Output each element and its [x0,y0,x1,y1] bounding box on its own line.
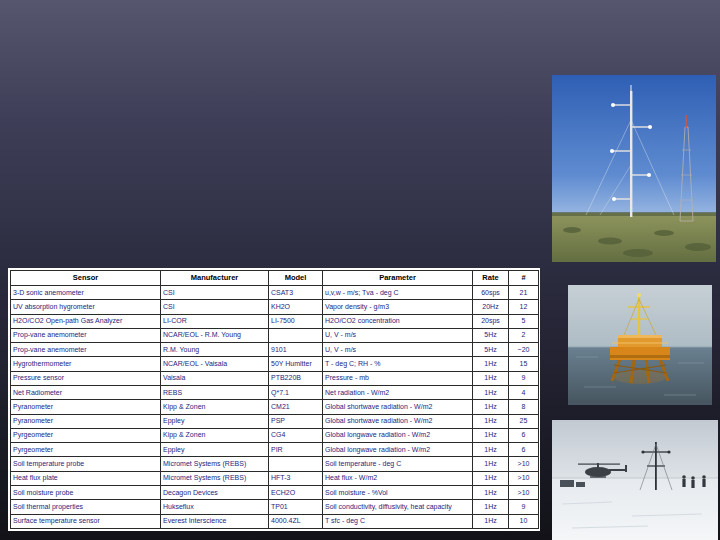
table-row: Surface temperature sensorEverest Inters… [11,514,539,529]
cell-manufacturer: Kipp & Zonen [161,428,269,442]
table-row: PyrgeometerEppleyPIRGlobal longwave radi… [11,443,539,457]
cell-model [269,328,323,342]
table-row: HygrothermometerNCAR/EOL - Vaisala50Y Hu… [11,357,539,371]
cell-parameter: Net radiation - W/m2 [323,385,473,399]
cell-model: CG4 [269,428,323,442]
cell-sensor: Pyranometer [11,414,161,428]
cell-sensor: Hygrothermometer [11,357,161,371]
cell-parameter: Global longwave radiation - W/m2 [323,443,473,457]
cell-manufacturer: R.M. Young [161,343,269,357]
cell-parameter: T sfc - deg C [323,514,473,529]
cell-model: TP01 [269,500,323,514]
cell-model: HFT-3 [269,471,323,485]
cell-parameter: Global longwave radiation - W/m2 [323,428,473,442]
snow-site-illustration [552,420,718,540]
cell-: 4 [509,385,539,399]
cell-parameter: H2O/CO2 concentration [323,314,473,328]
cell-manufacturer: Everest Interscience [161,514,269,529]
cell-sensor: 3-D sonic anemometer [11,286,161,300]
cell-model: ECH2O [269,485,323,499]
cell-manufacturer: Micromet Systems (REBS) [161,457,269,471]
table-header-row: SensorManufacturerModelParameterRate# [11,271,539,286]
cell-rate: 1Hz [473,414,509,428]
cell-manufacturer: Eppley [161,443,269,457]
cell-parameter: Soil moisture - %Vol [323,485,473,499]
column-header-rate: Rate [473,271,509,286]
cell-manufacturer: CSI [161,300,269,314]
cell-sensor: Pyrgeometer [11,428,161,442]
column-header-parameter: Parameter [323,271,473,286]
cell-rate: 1Hz [473,471,509,485]
column-header-model: Model [269,271,323,286]
table-row: Soil temperature probeMicromet Systems (… [11,457,539,471]
table-row: Prop-vane anemometerNCAR/EOL - R.M. Youn… [11,328,539,342]
sensor-table: SensorManufacturerModelParameterRate# 3-… [8,268,540,531]
cell-rate: 1Hz [473,385,509,399]
cell-parameter: Soil conductivity, diffusivity, heat cap… [323,500,473,514]
cell-manufacturer: Micromet Systems (REBS) [161,471,269,485]
cell-: >10 [509,471,539,485]
column-header-manufacturer: Manufacturer [161,271,269,286]
cell-model: KH2O [269,300,323,314]
cell-model: 50Y Humitter [269,357,323,371]
cell-parameter: U, V - m/s [323,328,473,342]
column-header-sensor: Sensor [11,271,161,286]
table-body: 3-D sonic anemometerCSICSAT3u,v,w - m/s;… [11,286,539,529]
cell-model: PTB220B [269,371,323,385]
cell-: >10 [509,457,539,471]
cell-: 8 [509,400,539,414]
cell-sensor: Soil temperature probe [11,457,161,471]
table-row: Soil thermal propertiesHuksefluxTP01Soil… [11,500,539,514]
cell-rate: 5Hz [473,343,509,357]
platform-deck [610,335,670,360]
table-row: Soil moisture probeDecagon DevicesECH2OS… [11,485,539,499]
table-row: UV absorption hygrometerCSIKH2OVapor den… [11,300,539,314]
photo-flux-tower-grassland [552,75,716,262]
cell-parameter: Heat flux - W/m2 [323,471,473,485]
cell-model: LI-7500 [269,314,323,328]
ocean-platform-illustration [568,285,712,405]
table-row: H2O/CO2 Open-path Gas AnalyzerLI-CORLI-7… [11,314,539,328]
table-row: Pressure sensorVaisalaPTB220BPressure - … [11,371,539,385]
cell-manufacturer: Decagon Devices [161,485,269,499]
sensor-table-grid: SensorManufacturerModelParameterRate# 3-… [10,270,539,529]
cell-: 9 [509,371,539,385]
cell-sensor: Prop-vane anemometer [11,328,161,342]
cell-sensor: Heat flux plate [11,471,161,485]
main-mast [630,91,632,217]
cell-parameter: Global shortwave radiation - W/m2 [323,414,473,428]
cell-manufacturer: NCAR/EOL - Vaisala [161,357,269,371]
cell-manufacturer: LI-COR [161,314,269,328]
cell-rate: 1Hz [473,400,509,414]
cell-: 9 [509,500,539,514]
cell-rate: 1Hz [473,357,509,371]
cell-manufacturer: Hukseflux [161,500,269,514]
cell-sensor: Net Radiometer [11,385,161,399]
cell-parameter: T - deg C; RH - % [323,357,473,371]
cell-rate: 1Hz [473,500,509,514]
table-row: PyranometerKipp & ZonenCM21Global shortw… [11,400,539,414]
cell-: >10 [509,485,539,499]
cell-model: Q*7.1 [269,385,323,399]
table-row: PyranometerEppleyPSPGlobal shortwave rad… [11,414,539,428]
cell-model: CSAT3 [269,286,323,300]
cell-parameter: Global shortwave radiation - W/m2 [323,400,473,414]
cell-model [269,457,323,471]
cell-rate: 1Hz [473,514,509,529]
cell-parameter: u,v,w - m/s; Tva - deg C [323,286,473,300]
cell-manufacturer: Vaisala [161,371,269,385]
cell-rate: 5Hz [473,328,509,342]
photo-snow-field-site [552,420,718,540]
table-row: Prop-vane anemometerR.M. Young9101U, V -… [11,343,539,357]
cell-sensor: UV absorption hygrometer [11,300,161,314]
photo-ocean-platform [568,285,712,405]
cell-: 21 [509,286,539,300]
table-row: 3-D sonic anemometerCSICSAT3u,v,w - m/s;… [11,286,539,300]
cell-: 25 [509,414,539,428]
cell-rate: 1Hz [473,457,509,471]
cell-sensor: Surface temperature sensor [11,514,161,529]
cell-parameter: Soil temperature - deg C [323,457,473,471]
cell-model: PSP [269,414,323,428]
column-header-: # [509,271,539,286]
cell-: 2 [509,328,539,342]
